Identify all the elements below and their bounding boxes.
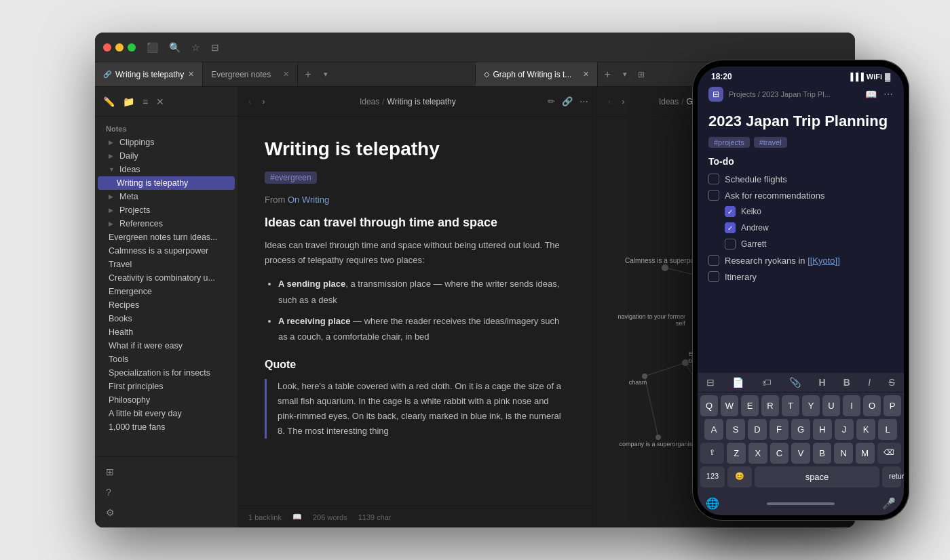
sidebar-item-meta[interactable]: ▶ Meta bbox=[98, 190, 235, 203]
key-x[interactable]: X bbox=[748, 443, 767, 464]
edit-icon[interactable]: ✏ bbox=[548, 96, 555, 106]
phone-mic-icon[interactable]: 🎤 bbox=[882, 497, 896, 510]
fullscreen-button[interactable] bbox=[128, 43, 136, 52]
todo-item-itinerary[interactable]: Itinerary bbox=[708, 271, 893, 282]
node-chasm[interactable] bbox=[642, 374, 647, 379]
sidebar-item-travel[interactable]: Travel bbox=[98, 258, 235, 271]
key-h[interactable]: H bbox=[813, 419, 832, 440]
format-icon-heading[interactable]: H bbox=[818, 377, 825, 388]
graph-tab-overflow[interactable]: ▾ bbox=[618, 62, 632, 86]
format-icon-file[interactable]: 📄 bbox=[732, 377, 744, 388]
layout-icon[interactable]: ⊞ bbox=[632, 62, 650, 86]
key-q[interactable]: Q bbox=[700, 395, 718, 416]
key-p[interactable]: P bbox=[884, 395, 901, 416]
close-button[interactable] bbox=[103, 43, 111, 52]
key-v[interactable]: V bbox=[791, 443, 810, 464]
sidebar-item-little-bit[interactable]: A little bit every day bbox=[98, 407, 235, 420]
key-shift[interactable]: ⇧ bbox=[700, 443, 724, 464]
key-z[interactable]: Z bbox=[727, 443, 746, 464]
sidebar-item-health[interactable]: Health bbox=[98, 325, 235, 339]
key-123[interactable]: 123 bbox=[700, 466, 725, 487]
search-icon[interactable]: 🔍 bbox=[169, 42, 180, 53]
editor-body[interactable]: Writing is telepathy #evergreen From On … bbox=[238, 117, 596, 506]
key-e[interactable]: E bbox=[741, 395, 759, 416]
tab-close-button[interactable]: ✕ bbox=[283, 70, 289, 79]
sidebar-icon-help[interactable]: ? bbox=[100, 483, 232, 502]
format-icon-tag[interactable]: 🏷 bbox=[762, 377, 772, 388]
format-icon-italic[interactable]: I bbox=[868, 377, 871, 388]
link-icon[interactable]: 🔗 bbox=[562, 96, 573, 106]
sidebar-item-emergence[interactable]: Emergence bbox=[98, 285, 235, 298]
todo-item-garrett[interactable]: Garrett bbox=[725, 239, 893, 249]
backlinks-count[interactable]: 1 backlink bbox=[248, 513, 282, 521]
checkbox-garrett[interactable] bbox=[725, 239, 736, 249]
sidebar-item-projects[interactable]: ▶ Projects bbox=[98, 203, 235, 217]
checkbox-ask-rec[interactable] bbox=[708, 190, 719, 201]
phone-tag-travel[interactable]: #travel bbox=[754, 137, 787, 148]
sidebar-item-books[interactable]: Books bbox=[98, 312, 235, 325]
new-note-icon[interactable]: ✏️ bbox=[103, 96, 115, 107]
back-button[interactable]: ‹ bbox=[246, 94, 254, 109]
breadcrumb-parent[interactable]: Ideas bbox=[360, 97, 379, 106]
checkbox-itinerary[interactable] bbox=[708, 271, 719, 282]
forward-button[interactable]: › bbox=[259, 94, 267, 109]
sidebar-item-tools[interactable]: Tools bbox=[98, 353, 235, 366]
sidebar-item-specialization[interactable]: Specialization is for insects bbox=[98, 366, 235, 380]
checkbox-schedule[interactable] bbox=[708, 174, 719, 184]
key-k[interactable]: K bbox=[856, 419, 875, 440]
key-i[interactable]: I bbox=[843, 395, 860, 416]
phone-more-icon[interactable]: ⋯ bbox=[884, 89, 893, 100]
format-icon-bold[interactable]: B bbox=[843, 377, 850, 388]
close-sidebar-icon[interactable]: ✕ bbox=[156, 96, 164, 107]
sidebar-item-references[interactable]: ▶ References bbox=[98, 217, 235, 231]
sidebar-icon-widget[interactable]: ⊞ bbox=[100, 462, 232, 481]
todo-item-keiko[interactable]: Keiko bbox=[725, 206, 893, 217]
key-d[interactable]: D bbox=[748, 419, 767, 440]
key-t[interactable]: T bbox=[782, 395, 799, 416]
new-folder-icon[interactable]: 📁 bbox=[123, 96, 134, 107]
key-n[interactable]: N bbox=[834, 443, 853, 464]
key-emoji[interactable]: 😊 bbox=[727, 466, 752, 487]
folder-icon[interactable]: ⬛ bbox=[147, 42, 158, 53]
sidebar-item-what-easy[interactable]: What if it were easy bbox=[98, 339, 235, 353]
sidebar-item-daily[interactable]: ▶ Daily bbox=[98, 149, 235, 163]
sidebar-item-evergreen-ideas[interactable]: Evergreen notes turn ideas... bbox=[98, 231, 235, 244]
key-a[interactable]: A bbox=[704, 419, 723, 440]
key-space[interactable]: space bbox=[755, 466, 879, 487]
graph-tab-close[interactable]: ✕ bbox=[583, 70, 589, 79]
key-j[interactable]: J bbox=[835, 419, 854, 440]
phone-globe-icon[interactable]: 🌐 bbox=[706, 497, 719, 510]
more-icon[interactable]: ⋯ bbox=[580, 96, 588, 106]
tab-overflow-chevron[interactable]: ▾ bbox=[318, 62, 333, 86]
node-company[interactable] bbox=[656, 435, 661, 440]
minimize-button[interactable] bbox=[115, 43, 124, 52]
format-icon-table[interactable]: ⊟ bbox=[706, 377, 715, 388]
graph-breadcrumb-parent[interactable]: Ideas bbox=[659, 97, 679, 106]
checkbox-ryokans[interactable] bbox=[708, 255, 719, 266]
key-f[interactable]: F bbox=[770, 419, 788, 440]
key-r[interactable]: R bbox=[761, 395, 779, 416]
key-y[interactable]: Y bbox=[802, 395, 820, 416]
sidebar-item-philosophy[interactable]: Philosophy bbox=[98, 393, 235, 407]
sort-icon[interactable]: ≡ bbox=[142, 96, 148, 107]
graph-back-button[interactable]: ‹ bbox=[605, 94, 613, 109]
phone-book-icon[interactable]: 📖 bbox=[865, 89, 877, 100]
key-c[interactable]: C bbox=[770, 443, 789, 464]
add-tab-button[interactable]: + bbox=[298, 62, 318, 86]
key-m[interactable]: M bbox=[856, 443, 875, 464]
sidebar-item-first-principles[interactable]: First principles bbox=[98, 380, 235, 393]
tab-close-button[interactable]: ✕ bbox=[188, 70, 194, 79]
format-icon-attach[interactable]: 📎 bbox=[789, 377, 801, 388]
todo-item-ask-rec[interactable]: Ask for recommendations bbox=[708, 190, 893, 201]
sidebar-item-calmness[interactable]: Calmness is a superpower bbox=[98, 244, 235, 258]
checkbox-andrew[interactable] bbox=[725, 222, 736, 233]
sidebar-item-writing-telepathy[interactable]: Writing is telepathy bbox=[98, 176, 235, 190]
tab-writing-telepathy[interactable]: 🔗 Writing is telepathy ✕ bbox=[95, 62, 203, 86]
sidebar-item-creativity[interactable]: Creativity is combinatory u... bbox=[98, 271, 235, 285]
star-icon[interactable]: ☆ bbox=[191, 42, 200, 53]
note-tag[interactable]: #evergreen bbox=[265, 172, 317, 184]
sidebar-item-clippings[interactable]: ▶ Clippings bbox=[98, 136, 235, 149]
note-from-link[interactable]: On Writing bbox=[288, 195, 329, 205]
key-backspace[interactable]: ⌫ bbox=[877, 443, 901, 464]
key-return[interactable]: return bbox=[882, 466, 901, 487]
